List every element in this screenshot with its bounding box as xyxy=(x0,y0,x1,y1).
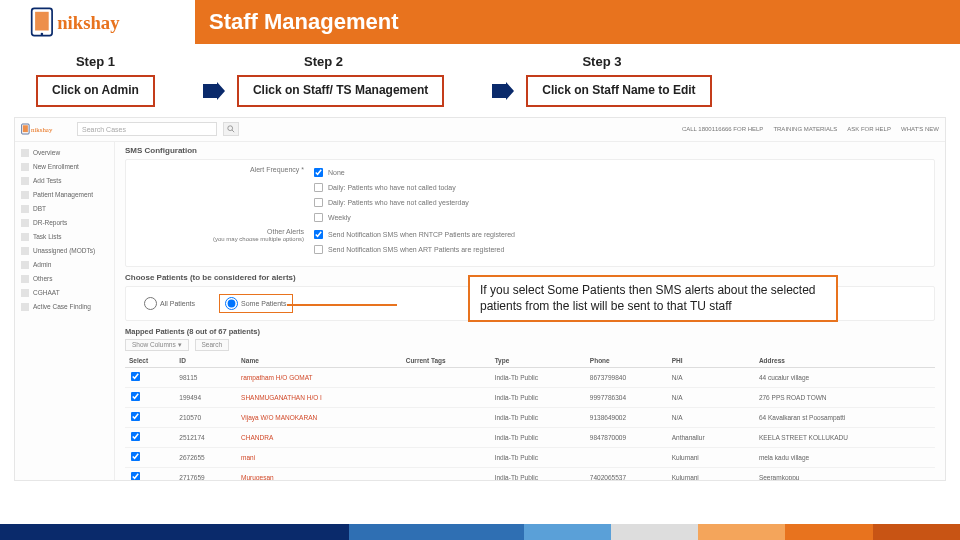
menu-icon xyxy=(21,303,29,311)
ask-help-link[interactable]: ASK FOR HELP xyxy=(847,126,891,132)
step-2: Step 2 Click on Staff/ TS Management xyxy=(203,54,444,107)
menu-icon xyxy=(21,163,29,171)
other-alerts-options: Send Notification SMS when RNTCP Patient… xyxy=(312,228,515,256)
sidebar-item[interactable]: New Enrollment xyxy=(15,160,114,174)
column-header[interactable]: PHI xyxy=(668,354,755,368)
sidebar-item[interactable]: DBT xyxy=(15,202,114,216)
sidebar-item[interactable]: DR-Reports xyxy=(15,216,114,230)
info-callout: If you select Some Patients then SMS ale… xyxy=(468,275,838,322)
svg-line-10 xyxy=(232,130,234,132)
step-3-box: Click on Staff Name to Edit xyxy=(526,75,711,107)
sidebar: OverviewNew EnrollmentAdd TestsPatient M… xyxy=(15,142,115,480)
table-row: 210570Vijaya W/O MANOKARANIndia-Tb Publi… xyxy=(125,407,935,427)
column-header[interactable]: Type xyxy=(491,354,586,368)
sidebar-item-label: New Enrollment xyxy=(33,163,79,170)
sidebar-item-label: Unassigned (MODTs) xyxy=(33,247,95,254)
radio-all-patients[interactable]: All Patients xyxy=(144,297,195,310)
column-header[interactable]: Name xyxy=(237,354,402,368)
whats-new-link[interactable]: WHAT'S NEW xyxy=(901,126,939,132)
sidebar-item[interactable]: Unassigned (MODTs) xyxy=(15,244,114,258)
menu-icon xyxy=(21,205,29,213)
table-row: 2672655maniIndia-Tb PublicKulumanimela k… xyxy=(125,447,935,467)
radio-some-patients[interactable]: Some Patients xyxy=(225,297,287,310)
row-select[interactable] xyxy=(125,447,175,467)
sidebar-item[interactable]: Admin xyxy=(15,258,114,272)
menu-icon xyxy=(21,177,29,185)
app-logo: nikshay xyxy=(0,0,195,44)
arrow-right-icon xyxy=(492,82,514,100)
menu-icon xyxy=(21,289,29,297)
sidebar-item-label: Patient Management xyxy=(33,191,93,198)
alert-frequency-label: Alert Frequency * xyxy=(134,166,304,173)
page-title: Staff Management xyxy=(195,0,960,44)
table-row: 2512174CHANDRAIndia-Tb Public9847870009A… xyxy=(125,427,935,447)
column-header[interactable]: Phone xyxy=(586,354,668,368)
freq-option[interactable]: None xyxy=(312,166,469,179)
row-select[interactable] xyxy=(125,387,175,407)
menu-icon xyxy=(21,233,29,241)
search-icon[interactable] xyxy=(223,122,239,136)
row-select[interactable] xyxy=(125,367,175,387)
svg-text:nikshay: nikshay xyxy=(57,12,120,33)
svg-text:nikshay: nikshay xyxy=(31,126,53,133)
table-search-input[interactable]: Search xyxy=(195,339,230,351)
menu-icon xyxy=(21,247,29,255)
row-select[interactable] xyxy=(125,407,175,427)
top-links: CALL 1800116666 FOR HELP TRAINING MATERI… xyxy=(682,126,939,132)
freq-option[interactable]: Weekly xyxy=(312,211,469,224)
search-input[interactable]: Search Cases xyxy=(77,122,217,136)
svg-rect-1 xyxy=(35,12,49,31)
sidebar-item[interactable]: Overview xyxy=(15,146,114,160)
sidebar-item[interactable]: Active Case Finding xyxy=(15,300,114,314)
sidebar-item-label: Task Lists xyxy=(33,233,62,240)
step-2-box: Click on Staff/ TS Management xyxy=(237,75,444,107)
other-alert-option[interactable]: Send Notification SMS when RNTCP Patient… xyxy=(312,228,515,241)
table-row: 199494SHANMUGANATHAN H/O IIndia-Tb Publi… xyxy=(125,387,935,407)
mock-logo: nikshay xyxy=(21,122,71,136)
steps-row: Step 1 Click on Admin Step 2 Click on St… xyxy=(36,54,960,107)
alert-frequency-options: NoneDaily: Patients who have not called … xyxy=(312,166,469,224)
column-header[interactable]: Select xyxy=(125,354,175,368)
alert-config-panel: Alert Frequency * NoneDaily: Patients wh… xyxy=(125,159,935,267)
step-1-box: Click on Admin xyxy=(36,75,155,107)
sidebar-item-label: Add Tests xyxy=(33,177,61,184)
sidebar-item-label: DR-Reports xyxy=(33,219,67,226)
arrow-right-icon xyxy=(203,82,225,100)
column-header[interactable]: ID xyxy=(175,354,237,368)
menu-icon xyxy=(21,275,29,283)
other-alerts-label: Other Alerts (you may choose multiple op… xyxy=(134,228,304,242)
menu-icon xyxy=(21,191,29,199)
step-1: Step 1 Click on Admin xyxy=(36,54,155,107)
menu-icon xyxy=(21,219,29,227)
sidebar-item-label: Active Case Finding xyxy=(33,303,91,310)
show-columns-button[interactable]: Show Columns ▾ xyxy=(125,339,189,351)
sidebar-item[interactable]: CGHAAT xyxy=(15,286,114,300)
freq-option[interactable]: Daily: Patients who have not called yest… xyxy=(312,196,469,209)
sidebar-item[interactable]: Others xyxy=(15,272,114,286)
mapped-patients-title: Mapped Patients (8 out of 67 patients) xyxy=(125,327,935,336)
sidebar-item-label: DBT xyxy=(33,205,46,212)
sidebar-item[interactable]: Task Lists xyxy=(15,230,114,244)
svg-marker-5 xyxy=(492,82,514,100)
mock-topbar: nikshay Search Cases CALL 1800116666 FOR… xyxy=(15,118,945,142)
header: nikshay Staff Management xyxy=(0,0,960,44)
row-select[interactable] xyxy=(125,427,175,447)
training-link[interactable]: TRAINING MATERIALS xyxy=(773,126,837,132)
callout-connector xyxy=(287,304,397,306)
sidebar-item[interactable]: Add Tests xyxy=(15,174,114,188)
table-row: 2717659MurugesanIndia-Tb Public740206553… xyxy=(125,467,935,480)
freq-option[interactable]: Daily: Patients who have not called toda… xyxy=(312,181,469,194)
sidebar-item[interactable]: Patient Management xyxy=(15,188,114,202)
column-header[interactable]: Address xyxy=(755,354,935,368)
sidebar-item-label: Others xyxy=(33,275,53,282)
footer-strip xyxy=(0,524,960,540)
svg-rect-7 xyxy=(23,125,28,132)
sidebar-item-label: Overview xyxy=(33,149,60,156)
column-header[interactable]: Current Tags xyxy=(402,354,491,368)
help-phone-link[interactable]: CALL 1800116666 FOR HELP xyxy=(682,126,764,132)
menu-icon xyxy=(21,149,29,157)
svg-point-2 xyxy=(40,33,43,36)
svg-marker-4 xyxy=(203,82,225,100)
row-select[interactable] xyxy=(125,467,175,480)
other-alert-option[interactable]: Send Notification SMS when ART Patients … xyxy=(312,243,515,256)
